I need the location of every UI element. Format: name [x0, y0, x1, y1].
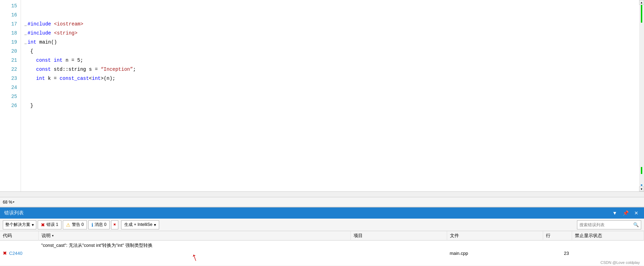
- error-table: 代码 说明 ▾ 项目: [0, 231, 644, 266]
- line-numbers: 15 16 17 18 19 20 21 22 23 24 25 26: [0, 0, 21, 191]
- line-num-18: 18: [0, 29, 17, 38]
- line-num-25: 25: [0, 92, 17, 101]
- search-box[interactable]: 🔍: [577, 220, 641, 229]
- warnings-label: 警告 0: [72, 222, 84, 228]
- error-code-link[interactable]: C2440: [9, 251, 22, 256]
- td-line: 23: [543, 241, 572, 266]
- line-num-26: 26: [0, 101, 17, 110]
- td-description: "const_cast": 无法从"const int"转换为"int" 强制类…: [38, 241, 351, 266]
- error-table-wrapper: 代码 说明 ▾ 项目: [0, 231, 644, 266]
- code-line-25: [24, 92, 644, 101]
- line-num-15: 15: [0, 1, 17, 10]
- error-icon: ✖: [41, 222, 45, 228]
- sort-arrow-desc: ▾: [52, 234, 54, 237]
- search-icon[interactable]: 🔍: [633, 222, 639, 228]
- build-arrow: ▾: [154, 222, 156, 227]
- clear-filter-icon: ✖: [113, 222, 116, 227]
- error-panel-title: 错误列表: [4, 210, 24, 216]
- td-project: [351, 241, 447, 266]
- scrollbar-down[interactable]: ▼: [639, 187, 644, 191]
- zoom-dropdown[interactable]: 68 % ▾: [3, 200, 14, 205]
- line-num-17: 17: [0, 20, 17, 29]
- collapse-17[interactable]: ⎯: [24, 20, 27, 29]
- row-error-icon: ✖: [3, 250, 7, 256]
- th-code: 代码: [0, 231, 38, 241]
- bottom-scroll[interactable]: [0, 191, 644, 197]
- clear-filter-btn[interactable]: ✖: [111, 220, 118, 229]
- td-file: main.cpp: [447, 241, 543, 266]
- zoom-value: 68 %: [3, 200, 12, 205]
- th-line: 行: [543, 231, 572, 241]
- panel-dropdown-btn[interactable]: ▼: [611, 210, 619, 216]
- code-line-17: ⎯ #include <iostream>: [24, 20, 644, 29]
- code-line-26: }: [24, 101, 644, 110]
- warnings-filter-btn[interactable]: ⚠ 警告 0: [63, 220, 87, 229]
- scrollbar-green-indicator-bottom: [641, 167, 642, 174]
- errors-filter-btn[interactable]: ✖ 错误 1: [38, 220, 61, 229]
- watermark: CSDN @Love coldplay: [600, 260, 640, 265]
- line-num-24: 24: [0, 83, 17, 92]
- red-arrow-icon: ↑: [190, 251, 199, 263]
- code-line-24: [24, 83, 644, 92]
- error-panel: 错误列表 ▼ 📌 ✕ 整个解决方案 ▾ ✖ 错误 1 ⚠ 警告 0 ℹ 消息 0: [0, 207, 644, 266]
- scope-dropdown[interactable]: 整个解决方案 ▾: [3, 220, 36, 229]
- code-container: 15 16 17 18 19 20 21 22 23 24 25 26: [0, 0, 644, 191]
- error-panel-controls: ▼ 📌 ✕: [611, 210, 640, 216]
- build-dropdown[interactable]: 生成 + IntelliSe ▾: [121, 220, 159, 229]
- right-scrollbar[interactable]: ▲ ▼: [639, 0, 644, 191]
- line-num-21: 21: [0, 56, 17, 65]
- code-line-19: ⎯ int main(): [24, 38, 644, 47]
- collapse-19[interactable]: ⎯: [24, 38, 27, 47]
- code-line-15: [24, 1, 644, 10]
- info-icon: ℹ: [91, 222, 93, 228]
- zoom-dropdown-arrow: ▾: [13, 200, 14, 204]
- code-content[interactable]: ⎯ #include <iostream> ⎯ #include <string…: [21, 0, 644, 191]
- line-num-19: 19: [0, 38, 17, 47]
- line-num-20: 20: [0, 47, 17, 56]
- line-num-22: 22: [0, 65, 17, 74]
- scope-arrow: ▾: [32, 222, 34, 227]
- th-project: 项目: [351, 231, 447, 241]
- error-toolbar: 整个解决方案 ▾ ✖ 错误 1 ⚠ 警告 0 ℹ 消息 0 ✖ 生成 + Int…: [0, 219, 644, 231]
- th-description[interactable]: 说明 ▾: [38, 231, 351, 241]
- line-num-23: 23: [0, 74, 17, 83]
- th-file: 文件: [447, 231, 543, 241]
- td-code: ✖ C2440: [0, 241, 38, 266]
- zoom-bar: 68 % ▾: [0, 197, 644, 207]
- editor-area: 15 16 17 18 19 20 21 22 23 24 25 26: [0, 0, 644, 207]
- arrow-annotation: ↑: [41, 249, 348, 264]
- code-line-18: ⎯ #include <string>: [24, 29, 644, 38]
- line-num-16: 16: [0, 10, 17, 20]
- code-line-16: [24, 10, 644, 20]
- collapse-18[interactable]: ⎯: [24, 29, 27, 38]
- code-line-22: const std::string s = “Inception” ;: [24, 65, 644, 74]
- messages-filter-btn[interactable]: ℹ 消息 0: [88, 220, 110, 229]
- scope-label: 整个解决方案: [5, 222, 30, 228]
- warning-icon: ⚠: [66, 222, 71, 228]
- code-line-23: int k = const_cast < int >(n);: [24, 74, 644, 83]
- scrollbar-up[interactable]: ▲: [639, 0, 644, 5]
- search-input[interactable]: [579, 222, 632, 227]
- table-row[interactable]: ✖ C2440 "const_cast": 无法从"const int"转换为"…: [0, 241, 644, 266]
- th-suppress: 禁止显示状态: [572, 231, 644, 241]
- build-label: 生成 + IntelliSe: [124, 222, 152, 228]
- code-line-20: {: [24, 47, 644, 56]
- panel-pin-btn[interactable]: 📌: [621, 210, 630, 216]
- errors-label: 错误 1: [46, 222, 58, 228]
- table-header-row: 代码 说明 ▾ 项目: [0, 231, 644, 241]
- messages-label: 消息 0: [95, 222, 106, 228]
- panel-close-btn[interactable]: ✕: [633, 210, 640, 216]
- error-panel-header: 错误列表 ▼ 📌 ✕: [0, 207, 644, 219]
- code-line-21: const int n = 5;: [24, 56, 644, 65]
- scrollbar-green-indicator-top: [641, 2, 642, 23]
